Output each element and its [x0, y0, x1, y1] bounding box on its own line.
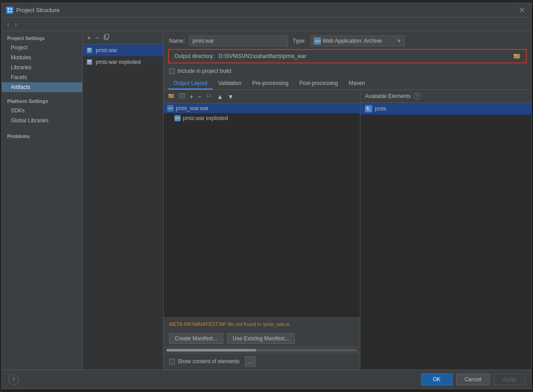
show-content-extra-button[interactable]: ... — [245, 356, 256, 367]
sidebar-item-global-libraries[interactable]: Global Libraries — [2, 116, 82, 125]
tab-post-processing[interactable]: Post-processing — [294, 78, 343, 89]
output-dir-label: Output directory: — [174, 53, 214, 59]
sidebar-item-artifacts[interactable]: Artifacts — [2, 82, 82, 92]
sidebar-item-modules[interactable]: Modules — [2, 53, 82, 62]
remove-artifact-button[interactable]: − — [93, 33, 101, 42]
svg-rect-31 — [367, 109, 370, 110]
svg-rect-2 — [8, 11, 9, 13]
svg-rect-30 — [367, 107, 369, 109]
artifact-pmis-war[interactable]: pmis:war — [83, 45, 163, 56]
available-header: Available Elements ? — [360, 90, 531, 103]
problems-header: Problems — [2, 132, 82, 141]
tab-pre-processing[interactable]: Pre-processing — [247, 78, 294, 89]
scrollbar-track — [166, 349, 357, 352]
tabs-bar: Output Layout Validation Pre-processing … — [164, 78, 531, 90]
layout-up-button[interactable]: ▲ — [215, 92, 225, 101]
layout-sort-button[interactable]: 1↓ 2 — [204, 92, 214, 101]
svg-rect-17 — [514, 54, 516, 55]
footer-help-button[interactable]: ? — [8, 374, 19, 385]
sidebar-item-libraries[interactable]: Libraries — [2, 62, 82, 72]
type-select[interactable]: WAR Web Application: Archive ▼ — [311, 36, 405, 46]
svg-text:2: 2 — [209, 94, 211, 98]
dialog-title: Project Structure — [16, 7, 60, 13]
forward-button[interactable]: › — [13, 20, 19, 29]
layout-view-button[interactable] — [177, 92, 187, 101]
show-content-checkbox[interactable] — [169, 359, 175, 365]
sidebar-item-facets[interactable]: Facets — [2, 72, 82, 82]
layout-remove-button[interactable]: − — [196, 92, 203, 101]
cancel-button[interactable]: Cancel — [456, 374, 490, 385]
type-dropdown-arrow: ▼ — [396, 38, 402, 44]
create-manifest-button[interactable]: Create Manifest... — [169, 333, 223, 344]
available-elements-panel: Available Elements ? — [360, 90, 531, 370]
browse-folder-button[interactable] — [513, 52, 520, 61]
back-button[interactable]: ‹ — [5, 20, 11, 29]
add-artifact-button[interactable]: + — [85, 33, 93, 42]
apply-button[interactable]: Apply — [493, 374, 525, 385]
content-area: Project Settings Project Modules Librari… — [2, 31, 531, 370]
output-dir-input[interactable] — [219, 52, 509, 61]
svg-text:WAR: WAR — [175, 117, 181, 120]
svg-rect-8 — [88, 50, 90, 51]
available-content: pmis — [360, 103, 531, 370]
title-bar-left: Project Structure — [6, 7, 60, 14]
show-content-label: Show content of elements — [178, 358, 240, 365]
ok-button[interactable]: OK — [421, 374, 453, 385]
artifact-pmis-war-exploded[interactable]: pmis:war exploded — [83, 56, 163, 68]
horizontal-scrollbar[interactable] — [164, 347, 360, 353]
name-label: Name: — [169, 38, 185, 44]
artifacts-toolbar: + − — [83, 31, 163, 45]
svg-text:WAR: WAR — [315, 40, 321, 43]
sidebar-item-project[interactable]: Project — [2, 43, 82, 53]
project-settings-header: Project Settings — [2, 34, 82, 43]
type-icon: WAR — [314, 37, 321, 45]
svg-rect-19 — [169, 94, 171, 95]
tab-validation[interactable]: Validation — [213, 78, 247, 89]
svg-text:WAR: WAR — [168, 107, 173, 110]
tab-output-layout[interactable]: Output Layout — [168, 78, 213, 89]
copy-artifact-button[interactable] — [102, 33, 111, 42]
available-item-pmis[interactable]: pmis — [360, 103, 531, 115]
warning-bar: META-INF/MANIFEST.MF file not found in '… — [164, 317, 360, 330]
include-build-label: Include in project build — [178, 68, 231, 74]
layout-add-button[interactable]: + — [188, 92, 195, 101]
layout-down-button[interactable]: ▼ — [226, 92, 235, 101]
nav-bar: ‹ › — [2, 18, 531, 31]
svg-rect-1 — [10, 8, 12, 10]
close-button[interactable]: ✕ — [517, 6, 527, 15]
app-icon — [6, 7, 13, 14]
svg-rect-11 — [88, 60, 91, 61]
layout-item-pmis-war-label: pmis_war.war — [176, 105, 209, 111]
svg-rect-20 — [179, 94, 185, 98]
exploded-file-icon: WAR — [174, 115, 181, 121]
project-structure-dialog: Project Structure ✕ ‹ › Project Settings… — [1, 3, 532, 389]
artifact-pmis-war-exploded-label: pmis:war exploded — [96, 59, 141, 65]
svg-rect-12 — [88, 62, 90, 62]
war-exploded-icon — [86, 58, 93, 66]
output-dir-row: Output directory: — [168, 49, 527, 63]
layout-content: WAR pmis_war.war WAR — [164, 103, 360, 317]
name-input[interactable] — [189, 36, 288, 46]
layout-folder-button[interactable] — [166, 92, 176, 101]
include-build-checkbox[interactable] — [169, 68, 175, 74]
svg-rect-9 — [88, 51, 91, 52]
svg-rect-7 — [88, 49, 91, 49]
layout-item-pmis-war-exploded[interactable]: WAR pmis:war exploded — [164, 113, 360, 123]
include-build-row: Include in project build — [164, 66, 531, 76]
layout-toolbar: + − 1↓ 2 ▲ ▼ — [164, 90, 360, 103]
svg-rect-29 — [365, 106, 372, 112]
output-layout-panel: + − 1↓ 2 ▲ ▼ — [164, 90, 360, 370]
sidebar-item-sdks[interactable]: SDKs — [2, 106, 82, 116]
main-panel: Name: Type: WAR Web Application: Archive… — [164, 31, 531, 370]
type-select-text: Web Application: Archive — [323, 38, 395, 44]
svg-rect-5 — [105, 34, 109, 38]
available-item-pmis-label: pmis — [375, 106, 386, 112]
scrollbar-thumb[interactable] — [166, 349, 256, 352]
use-existing-manifest-button[interactable]: Use Existing Manifest... — [227, 333, 295, 344]
layout-area: + − 1↓ 2 ▲ ▼ — [164, 90, 531, 370]
warning-text: META-INF/MANIFEST.MF file not found in '… — [169, 321, 289, 327]
tab-maven[interactable]: Maven — [343, 78, 370, 89]
available-help-icon[interactable]: ? — [413, 93, 421, 100]
svg-rect-13 — [88, 63, 91, 64]
layout-item-pmis-war[interactable]: WAR pmis_war.war — [164, 103, 360, 113]
